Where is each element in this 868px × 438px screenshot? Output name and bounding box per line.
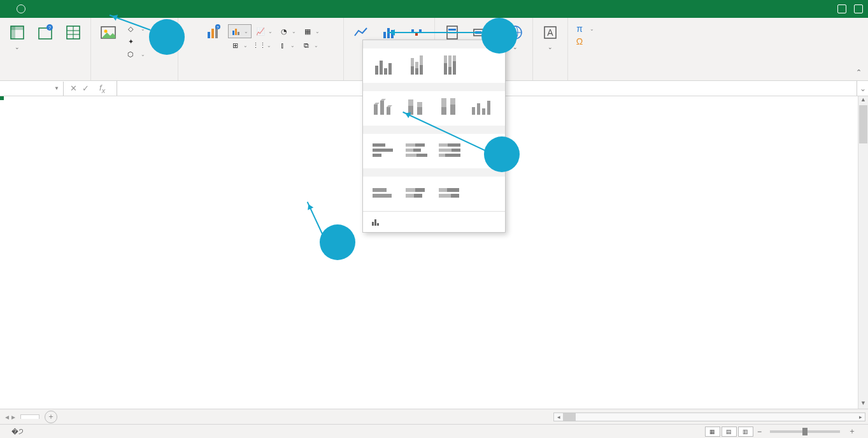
view-normal-button[interactable]: ▦ <box>705 427 720 437</box>
selection-outline <box>0 96 3 99</box>
table-button[interactable] <box>60 20 87 46</box>
svg-rect-12 <box>208 32 210 38</box>
stat-chart-icon: ⊞ <box>231 40 241 50</box>
accessibility-icon[interactable]: �੭ <box>11 427 24 436</box>
chart-clustered-bar[interactable] <box>368 138 399 162</box>
zoom-out-button[interactable]: − <box>754 427 765 436</box>
view-page-break-button[interactable]: ▥ <box>738 427 753 437</box>
pivottable-icon <box>9 24 25 41</box>
stat-chart-button[interactable]: ⊞⌄ <box>228 40 250 51</box>
svg-rect-20 <box>383 32 386 38</box>
more-charts-icon <box>371 217 381 227</box>
chart-stacked-column[interactable] <box>401 52 432 77</box>
pie-chart-icon: ◔ <box>279 26 289 36</box>
treemap-icon: ▦ <box>302 26 313 36</box>
text-icon: A <box>542 24 559 41</box>
combo-chart-button[interactable]: ⧉⌄ <box>299 40 321 51</box>
fill-handle[interactable] <box>0 96 4 100</box>
horizontal-scrollbar[interactable]: ◂▸ <box>57 412 868 421</box>
add-sheet-button[interactable]: ＋ <box>45 411 57 423</box>
waterfall-chart-button[interactable]: ⫿⌄ <box>275 40 297 51</box>
zoom-slider[interactable] <box>770 430 840 433</box>
svg-rect-56 <box>377 223 379 226</box>
enter-formula-icon[interactable]: ✓ <box>82 84 89 93</box>
scroll-right-icon[interactable]: ▸ <box>856 414 865 420</box>
chart-3d-clustered-bar[interactable] <box>368 180 399 205</box>
view-page-layout-button[interactable]: ▤ <box>722 427 737 437</box>
svg-marker-40 <box>380 99 386 101</box>
cancel-formula-icon[interactable]: ✕ <box>70 84 77 93</box>
ribbon-group-text: A⌄ <box>533 18 568 80</box>
pictures-icon <box>100 24 117 41</box>
svg-rect-49 <box>450 98 455 105</box>
callout-3 <box>481 18 517 54</box>
more-column-charts[interactable] <box>363 211 505 232</box>
chart-clustered-column[interactable] <box>368 52 399 77</box>
callout-2 <box>149 19 185 55</box>
svg-text:A: A <box>547 27 553 38</box>
line-chart-button[interactable]: 📈⌄ <box>253 24 275 38</box>
window-restore-icon[interactable] <box>854 4 863 13</box>
chart-3d-100-stacked-column[interactable] <box>434 95 465 119</box>
horizontal-scroll-thumb[interactable] <box>563 413 576 421</box>
zoom-in-button[interactable]: ＋ <box>845 426 859 437</box>
zoom-slider-knob[interactable] <box>802 428 808 435</box>
3dmodels-button[interactable]: ⬡ ⌄ <box>123 48 148 60</box>
chart-100-stacked-column[interactable] <box>434 52 465 77</box>
waterfall-icon: ⫿ <box>278 40 288 50</box>
svg-rect-50 <box>472 107 475 115</box>
equation-button[interactable]: π ⌄ <box>572 23 597 34</box>
svg-rect-51 <box>477 103 480 115</box>
text-button[interactable]: A⌄ <box>537 20 564 52</box>
pie-chart-button[interactable]: ◔⌄ <box>276 24 299 38</box>
vertical-scroll-thumb[interactable] <box>859 105 867 143</box>
recommended-pivottables-button[interactable]: ? <box>32 20 59 46</box>
scroll-up-icon[interactable]: ▲ <box>858 96 868 105</box>
svg-rect-53 <box>487 101 490 115</box>
vertical-scrollbar[interactable]: ▲ ▼ <box>858 96 868 409</box>
sheet-nav-next[interactable]: ▸ <box>11 412 15 421</box>
tell-me[interactable] <box>17 4 29 13</box>
scatter-chart-button[interactable]: ⋮⋮⌄ <box>252 40 274 51</box>
recommended-charts-button[interactable]: ? <box>200 20 227 46</box>
chart-3d-clustered-column[interactable] <box>368 95 399 119</box>
symbol-button[interactable]: Ω <box>572 36 597 47</box>
pictures-button[interactable] <box>95 20 122 46</box>
ribbon-group-charts: ? ⌄ 📈⌄ ◔⌄ ▦⌄ ⊞⌄ ⋮⋮⌄ ⫿⌄ ⧉⌄ <box>178 18 344 80</box>
share-icon[interactable] <box>837 4 846 13</box>
chart-stacked-bar[interactable] <box>401 138 432 162</box>
svg-rect-17 <box>232 31 234 35</box>
svg-rect-47 <box>441 98 446 107</box>
treemap-button[interactable]: ▦⌄ <box>300 24 322 38</box>
column-chart-dropdown <box>362 40 506 233</box>
icons-button[interactable]: ✦ <box>123 36 148 47</box>
svg-rect-52 <box>482 108 485 115</box>
combo-chart-icon: ⧉ <box>301 40 311 50</box>
sheet-tab-bar: ◂ ▸ ＋ ◂▸ <box>0 409 868 424</box>
name-box[interactable]: ▼ <box>0 82 64 96</box>
scroll-down-icon[interactable]: ▼ <box>858 400 868 409</box>
namebox-dropdown-icon[interactable]: ▼ <box>54 85 59 91</box>
chart-3d-100-stacked-bar[interactable] <box>434 180 465 205</box>
line-chart-icon: 📈 <box>255 26 266 36</box>
table-icon <box>65 24 82 41</box>
arrow-3 <box>387 32 483 33</box>
3dmodels-icon: ⬡ <box>125 49 136 59</box>
fx-icon[interactable]: fx <box>94 83 110 94</box>
pivottable-button[interactable]: ⌄ <box>4 20 31 52</box>
scroll-left-icon[interactable]: ◂ <box>554 414 563 420</box>
svg-point-11 <box>104 30 108 33</box>
column-chart-button[interactable]: ⌄ <box>228 24 252 38</box>
svg-rect-2 <box>11 26 15 39</box>
sheet-tab-sheet1[interactable] <box>20 414 39 419</box>
collapse-ribbon-button[interactable]: ⌃ <box>856 68 862 77</box>
equation-icon: π <box>574 24 585 34</box>
ribbon-group-symbols: π ⌄ Ω <box>568 18 601 80</box>
formula-bar-expand[interactable]: ⌄ <box>857 81 868 96</box>
chart-3d-stacked-bar[interactable] <box>401 180 432 205</box>
svg-text:?: ? <box>48 26 51 30</box>
sheet-nav-prev[interactable]: ◂ <box>5 412 9 421</box>
chart-3d-column[interactable] <box>467 95 498 119</box>
svg-rect-55 <box>374 219 376 226</box>
chart-100-stacked-bar[interactable] <box>434 138 465 162</box>
